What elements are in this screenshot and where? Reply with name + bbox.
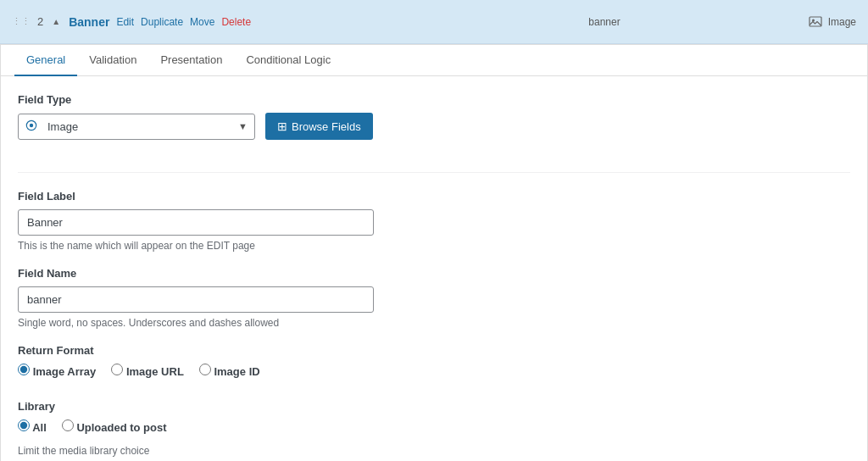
field-label-input[interactable] — [18, 209, 374, 236]
tab-general[interactable]: General — [14, 45, 77, 76]
return-format-label: Return Format — [18, 344, 850, 357]
field-title: Banner — [69, 15, 109, 29]
field-type-label: Field Type — [18, 93, 850, 106]
svg-point-1 — [812, 19, 815, 21]
svg-rect-0 — [810, 17, 821, 26]
field-name-group: Field Name Single word, no spaces. Under… — [18, 267, 850, 329]
field-label-label: Field Label — [18, 190, 850, 203]
library-radio-group: All Uploaded to post — [18, 419, 850, 441]
tabs-bar: General Validation Presentation Conditio… — [1, 45, 867, 76]
select-chevron-icon: ▼ — [231, 121, 254, 131]
library-uploaded-radio[interactable] — [62, 419, 74, 431]
field-type-right: Image — [808, 14, 856, 30]
field-number: 2 — [37, 15, 43, 28]
return-format-array-radio[interactable] — [18, 364, 30, 375]
browse-fields-label: Browse Fields — [292, 120, 361, 133]
drag-handle-icon[interactable]: ⋮⋮ — [12, 16, 31, 27]
duplicate-link[interactable]: Duplicate — [141, 16, 183, 28]
select-field-icon — [19, 119, 44, 134]
browse-fields-button[interactable]: ⊞ Browse Fields — [265, 113, 373, 140]
collapse-button[interactable]: ▲ — [50, 15, 62, 28]
library-all-radio[interactable] — [18, 419, 30, 431]
field-label-hint: This is the name which will appear on th… — [18, 240, 850, 252]
field-header-left: ⋮⋮ 2 ▲ Banner Edit Duplicate Move Delete — [12, 15, 401, 29]
return-format-radio-group: Image Array Image URL Image ID — [18, 364, 850, 385]
return-format-url-radio[interactable] — [111, 364, 123, 375]
field-type-label: Image — [828, 16, 856, 28]
tab-conditional-logic[interactable]: Conditional Logic — [234, 45, 342, 76]
field-name-hint: Single word, no spaces. Underscores and … — [18, 317, 850, 329]
move-link[interactable]: Move — [190, 16, 214, 28]
library-label: Library — [18, 400, 850, 413]
tab-presentation[interactable]: Presentation — [148, 45, 234, 76]
image-type-icon — [808, 14, 823, 30]
return-format-image-url[interactable]: Image URL — [111, 364, 184, 378]
return-format-id-radio[interactable] — [199, 364, 211, 375]
return-format-image-id[interactable]: Image ID — [199, 364, 260, 378]
field-name-label: Field Name — [18, 267, 850, 280]
field-type-section: Field Type Image Text Textarea — [18, 93, 850, 173]
edit-link[interactable]: Edit — [116, 16, 134, 28]
return-format-image-array[interactable]: Image Array — [18, 364, 96, 378]
return-format-group: Return Format Image Array Image URL Imag… — [18, 344, 850, 385]
field-type-row: Image Text Textarea Number ▼ ⊞ Browse Fi… — [18, 113, 850, 140]
field-header: ⋮⋮ 2 ▲ Banner Edit Duplicate Move Delete… — [0, 0, 868, 44]
library-uploaded-to-post[interactable]: Uploaded to post — [62, 419, 167, 434]
field-name-input[interactable] — [18, 286, 374, 313]
library-hint: Limit the media library choice — [18, 445, 850, 457]
delete-link[interactable]: Delete — [221, 16, 251, 28]
field-type-select[interactable]: Image Text Textarea Number — [44, 114, 231, 139]
form-body: Field Type Image Text Textarea — [1, 76, 867, 461]
main-content: General Validation Presentation Conditio… — [0, 44, 868, 461]
field-name-center: banner — [409, 16, 798, 28]
grid-icon: ⊞ — [277, 119, 287, 133]
field-type-group: Field Type Image Text Textarea — [18, 93, 850, 140]
tab-validation[interactable]: Validation — [77, 45, 148, 76]
svg-point-3 — [30, 123, 33, 126]
library-group: Library All Uploaded to post Limit the m… — [18, 400, 850, 457]
field-actions: Edit Duplicate Move Delete — [116, 16, 251, 28]
field-label-group: Field Label This is the name which will … — [18, 190, 850, 252]
field-type-select-wrapper: Image Text Textarea Number ▼ — [18, 114, 255, 140]
library-all[interactable]: All — [18, 419, 47, 434]
